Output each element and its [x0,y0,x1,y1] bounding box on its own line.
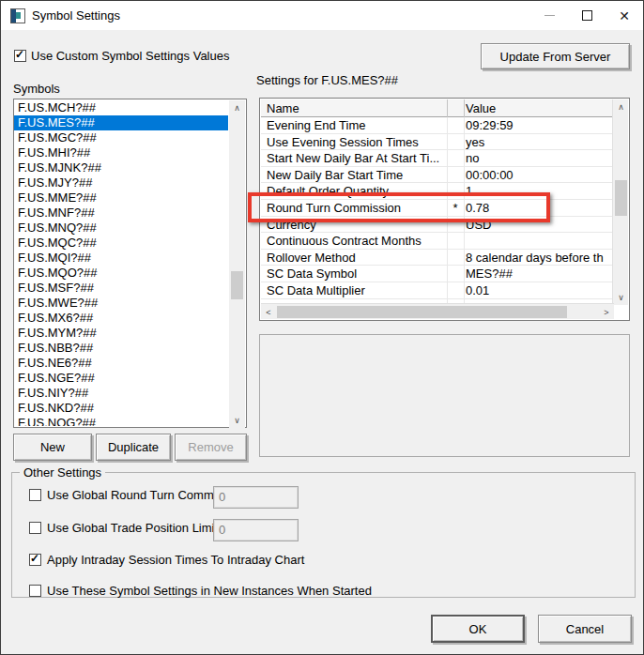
settings-row[interactable]: Use Evening Session Timesyes [261,134,614,151]
apply-intraday-session-times-label: Apply Intraday Session Times To Intraday… [47,553,304,567]
symbol-list-item[interactable]: F.US.MNQ?## [14,221,228,236]
close-icon: ✕ [619,9,630,23]
window-title: Symbol Settings [32,8,120,23]
setting-value: 09:29:59 [466,118,614,132]
scrollbar-thumb[interactable] [277,306,567,318]
settings-row[interactable]: Default Order Quantity1 [261,183,614,200]
column-separator [464,117,465,305]
setting-name: Start New Daily Bar At Start Ti... [267,151,443,165]
settings-row[interactable]: Evening End Time09:29:59 [261,117,614,134]
scroll-down-icon[interactable]: ∨ [229,413,245,428]
scroll-up-icon[interactable]: ∧ [613,99,629,114]
maximize-button[interactable] [568,1,606,30]
setting-value: USD [466,218,614,232]
setting-value: 8 calendar days before th [466,251,614,265]
close-button[interactable]: ✕ [606,1,643,30]
symbols-listbox: F.US.MCH?##F.US.MES?##F.US.MGC?##F.US.MH… [13,99,247,428]
setting-name: Rollover Method [267,251,443,265]
use-custom-symbol-settings-checkbox[interactable]: ✓ [14,50,26,62]
setting-value: no [466,151,614,165]
settings-row[interactable]: Rollover Method8 calendar days before th [261,250,614,267]
symbol-list-item[interactable]: F.US.NGE?## [14,371,228,386]
use-symbol-settings-new-instances-label: Use These Symbol Settings in New Instanc… [47,584,372,598]
setting-name: Continuous Contract Months [267,234,443,248]
settings-row[interactable]: Start New Daily Bar At Start Ti...no [261,150,614,167]
scroll-right-icon[interactable]: > [599,304,614,320]
settings-row[interactable]: Continuous Contract Months [261,233,614,250]
symbol-list-item[interactable]: F.US.MQC?## [14,236,228,251]
app-icon-teal-square [16,12,21,19]
setting-value: 0.78 [466,201,614,215]
scroll-down-icon[interactable]: ∨ [613,290,629,305]
scroll-up-icon[interactable]: ∧ [229,100,245,115]
use-custom-symbol-settings-label: Use Custom Symbol Settings Values [31,49,229,63]
new-button[interactable]: New [13,434,92,461]
settings-table-vscrollbar[interactable]: ∧ ∨ [612,99,628,305]
settings-row[interactable]: SC Data SymbolMES?## [261,266,614,282]
column-header-value[interactable]: Value [466,101,611,115]
settings-row[interactable]: New Daily Bar Start Time00:00:00 [261,167,614,184]
ok-button[interactable]: OK [431,615,525,643]
symbol-list-item[interactable]: F.US.MME?## [14,190,228,206]
symbol-list-item[interactable]: F.US.NIY?## [14,386,228,401]
update-from-server-button[interactable]: Update From Server [481,43,630,69]
settings-row[interactable]: SC Data Multiplier0.01 [261,282,614,299]
settings-table: Name Value Evening End Time09:29:59Use E… [259,98,630,321]
scrollbar-thumb[interactable] [615,180,627,216]
symbol-list-item[interactable]: F.US.MQO?## [14,266,228,281]
setting-description-box [259,334,630,457]
settings-row[interactable]: Round Turn Commission*0.78 [261,200,614,217]
scrollbar-thumb[interactable] [231,271,243,299]
symbols-label: Symbols [13,82,60,96]
setting-name: Use Evening Session Times [267,135,443,149]
settings-table-hscrollbar[interactable]: < > [261,303,614,319]
caption-buttons: ✕ [530,1,643,30]
minimize-button[interactable] [530,1,568,30]
use-symbol-settings-new-instances-checkbox[interactable] [29,585,41,597]
apply-intraday-session-times-checkbox[interactable]: ✓ [29,554,41,566]
duplicate-button[interactable]: Duplicate [96,434,171,461]
setting-name: New Daily Bar Start Time [267,168,443,182]
use-global-trade-position-limit-checkbox[interactable] [29,522,41,534]
symbols-list-scrollbar[interactable]: ∧ ∨ [229,100,245,428]
symbol-list-item[interactable]: F.US.MHI?## [14,145,228,160]
settings-for-label: Settings for F.US.MES?## [256,73,398,87]
symbol-list-item[interactable]: F.US.NE6?## [14,356,228,371]
checkmark-icon: ✓ [15,48,24,61]
column-header-name[interactable]: Name [267,101,445,115]
minimize-icon [544,15,555,16]
setting-value: 00:00:00 [466,168,614,182]
app-icon [10,8,25,23]
setting-value: 0.01 [466,283,614,297]
symbol-list-item[interactable]: F.US.NQG?## [14,416,228,426]
settings-row[interactable]: CurrencyUSD [261,217,614,234]
symbol-list-item[interactable]: F.US.MX6?## [14,311,228,326]
symbol-list-item[interactable]: F.US.MNF?## [14,206,228,221]
scroll-left-icon[interactable]: < [261,304,276,320]
symbol-list-item[interactable]: F.US.MGC?## [14,130,228,145]
setting-value: 1 [466,184,614,198]
symbol-settings-dialog: Symbol Settings ✕ ✓ Use Custom Symbol Se… [0,0,644,655]
remove-button: Remove [175,434,247,461]
symbol-list-item[interactable]: F.US.MYM?## [14,326,228,341]
symbol-list-item[interactable]: F.US.MES?## [14,115,228,130]
settings-table-body: Evening End Time09:29:59Use Evening Sess… [261,117,614,305]
global-round-turn-commission-field: 0 [213,486,299,509]
use-global-round-turn-commission-checkbox[interactable] [29,489,41,501]
symbol-list-item[interactable]: F.US.MQI?## [14,251,228,266]
symbol-list-item[interactable]: F.US.MSF?## [14,281,228,296]
setting-value: MES?## [466,267,614,281]
symbol-list-item[interactable]: F.US.MCH?## [14,100,228,115]
symbol-list-item[interactable]: F.US.MWE?## [14,296,228,311]
symbol-list-item[interactable]: F.US.NKD?## [14,401,228,416]
symbol-list-item[interactable]: F.US.MJNK?## [14,160,228,175]
cancel-button[interactable]: Cancel [538,615,632,643]
setting-name: Round Turn Commission [267,201,443,215]
setting-name: Currency [267,218,443,232]
symbol-list-item[interactable]: F.US.MJY?## [14,175,228,190]
checkmark-icon: ✓ [30,552,39,565]
symbol-list-item[interactable]: F.US.NBB?## [14,341,228,356]
setting-name: Evening End Time [267,118,443,132]
column-separator [464,99,465,117]
settings-table-header: Name Value [261,99,614,117]
